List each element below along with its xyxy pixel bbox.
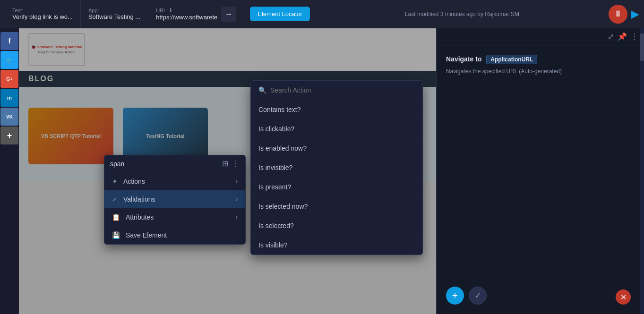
top-bar: Test: Verify blog link is wo... App: Sof… xyxy=(0,0,644,28)
vbscript-card-label: VB SCRIPT QTP Tutorial xyxy=(37,129,105,143)
linkedin-button[interactable]: in xyxy=(0,89,18,107)
search-input[interactable] xyxy=(270,86,415,94)
vbscript-card: VB SCRIPT QTP Tutorial xyxy=(28,108,113,164)
actions-item-left: ✦ Actions xyxy=(112,178,145,185)
url-info-icon[interactable]: ℹ xyxy=(170,7,172,14)
context-menu-header: span ⊞ ⋮ xyxy=(104,155,245,172)
save-element-item-left: 💾 Save Element xyxy=(112,231,167,239)
testng-card-label: TestNG Tutorial xyxy=(143,129,189,143)
actions-label: Actions xyxy=(123,178,145,185)
main-area: f 🐦 G+ in VK + 🐞 Software Testing Materi… xyxy=(0,28,644,314)
app-section: App: Software Testing ... xyxy=(81,0,148,28)
navigate-prefix: Navigate to xyxy=(446,55,481,63)
validations-icon: ✓ xyxy=(112,195,118,203)
validation-item-4[interactable]: Is present? xyxy=(251,178,422,197)
site-logo: 🐞 Software Testing Material Blog for Sof… xyxy=(28,33,85,66)
validations-dropdown: 🔍 Contains text? Is clickable? Is enable… xyxy=(250,80,423,255)
vk-button[interactable]: VK xyxy=(0,108,18,126)
modified-text: Last modified 3 minutes ago by Rajkumar … xyxy=(316,11,609,17)
validations-item[interactable]: ✓ Validations › xyxy=(104,190,245,208)
social-sidebar: f 🐦 G+ in VK + xyxy=(0,28,19,314)
element-locator-button[interactable]: Element Locator xyxy=(250,7,310,21)
actions-chevron: › xyxy=(236,178,238,185)
app-label: App: xyxy=(88,8,140,13)
url-value: https://www.softwarete xyxy=(156,14,217,21)
twitter-button[interactable]: 🐦 xyxy=(0,51,18,69)
test-section: Test: Verify blog link is wo... xyxy=(5,0,81,28)
search-icon: 🔍 xyxy=(258,86,266,94)
save-element-item[interactable]: 💾 Save Element xyxy=(104,226,245,244)
url-label: URL: xyxy=(156,8,168,13)
grid-icon[interactable]: ⊞ xyxy=(222,159,228,168)
actions-icon: ✦ xyxy=(112,178,118,185)
navigate-description: Navigates the specified URL (Auto-genera… xyxy=(446,68,635,75)
save-element-label: Save Element xyxy=(126,231,167,239)
validation-item-0[interactable]: Contains text? xyxy=(251,100,422,119)
attributes-chevron: › xyxy=(236,214,238,221)
attributes-label: Attributes xyxy=(126,213,154,221)
close-button[interactable]: ✕ xyxy=(616,289,631,305)
share-button[interactable]: + xyxy=(0,127,18,144)
scroll-indicator[interactable] xyxy=(640,28,644,314)
app-value: Software Testing ... xyxy=(88,13,140,20)
panel-more-icon[interactable]: ⋮ xyxy=(631,32,638,41)
blog-banner-text: BLOG xyxy=(28,75,54,83)
url-go-button[interactable]: → xyxy=(221,7,236,22)
validation-item-2[interactable]: Is enabled now? xyxy=(251,139,422,158)
attributes-item-left: 📋 Attributes xyxy=(112,213,154,221)
url-section: URL: ℹ https://www.softwarete → xyxy=(148,3,244,25)
navigate-label: Navigate to ApplicationURL xyxy=(446,55,635,64)
panel-content: Navigate to ApplicationURL Navigates the… xyxy=(437,45,644,84)
test-label: Test: xyxy=(12,8,73,13)
context-menu-icons: ⊞ ⋮ xyxy=(222,159,240,168)
context-menu-tag: span xyxy=(110,160,124,168)
expand-icon[interactable]: ⤢ xyxy=(608,32,614,41)
validation-item-5[interactable]: Is selected now? xyxy=(251,197,422,216)
test-value: Verify blog link is wo... xyxy=(12,13,73,20)
validation-item-3[interactable]: Is invisible? xyxy=(251,158,422,178)
save-element-icon: 💾 xyxy=(112,231,120,239)
scroll-thumb xyxy=(640,33,644,61)
play-button[interactable]: ▶ xyxy=(631,8,639,20)
more-icon[interactable]: ⋮ xyxy=(232,159,240,168)
attributes-item[interactable]: 📋 Attributes › xyxy=(104,208,245,226)
search-box: 🔍 xyxy=(251,81,422,100)
application-url-badge: ApplicationURL xyxy=(486,55,537,64)
record-button[interactable]: ⏸ xyxy=(609,5,627,24)
logo-text: 🐞 Software Testing Material Blog for Sof… xyxy=(31,45,83,54)
check-button[interactable]: ✓ xyxy=(469,287,487,305)
attributes-icon: 📋 xyxy=(112,213,120,221)
validation-item-1[interactable]: Is clickable? xyxy=(251,119,422,139)
validation-item-6[interactable]: Is selected? xyxy=(251,216,422,236)
context-menu: span ⊞ ⋮ ✦ Actions › ✓ Validations xyxy=(104,155,246,245)
add-button[interactable]: + xyxy=(446,287,464,305)
right-panel-header: ⤢ 📌 ⋮ xyxy=(437,28,644,45)
validations-label: Validations xyxy=(123,195,155,203)
google-plus-button[interactable]: G+ xyxy=(0,70,18,88)
right-panel: ⤢ 📌 ⋮ Navigate to ApplicationURL Navigat… xyxy=(436,28,644,314)
pin-icon[interactable]: 📌 xyxy=(618,32,627,41)
panel-bottom: + ✓ xyxy=(446,287,487,305)
validations-chevron: › xyxy=(236,196,238,203)
validation-item-7[interactable]: Is visible? xyxy=(251,236,422,255)
facebook-button[interactable]: f xyxy=(0,32,18,50)
actions-item[interactable]: ✦ Actions › xyxy=(104,172,245,190)
validations-item-left: ✓ Validations xyxy=(112,195,155,203)
